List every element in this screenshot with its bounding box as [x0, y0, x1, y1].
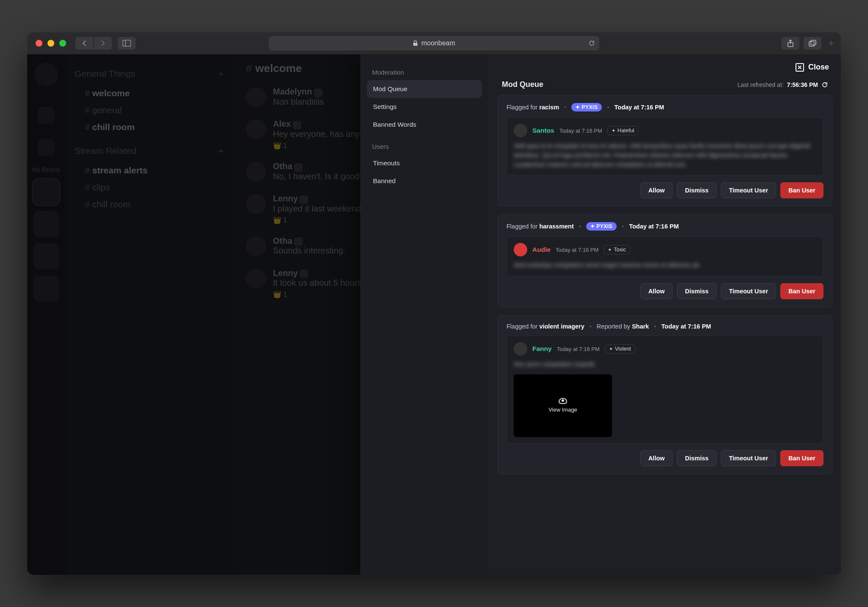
flag-time: Today at 7:16 PM [615, 104, 664, 111]
mod-nav-section: Users [372, 143, 477, 150]
flagged-user[interactable]: Audie [532, 246, 551, 253]
flag-label: Flagged for harassment [506, 223, 574, 230]
tag-pill: ✦Hateful [607, 126, 639, 135]
spark-icon: ✦ [612, 128, 615, 134]
svg-rect-5 [811, 40, 816, 45]
flagged-time: Today at 7:16 PM [557, 346, 600, 352]
window-close-icon[interactable] [36, 40, 42, 47]
address-text: moonbeam [421, 39, 455, 47]
view-image-label: View Image [548, 407, 577, 413]
flagged-message: Audie Today at 7:16 PM ✦Toxic Sed molest… [506, 237, 823, 276]
window-min-icon[interactable] [47, 40, 54, 47]
flagged-body: Non porro voluptatem impedit. [514, 360, 816, 369]
flag-time: Today at 7:16 PM [629, 223, 679, 230]
nav-back-button[interactable] [75, 37, 93, 50]
timeout-button[interactable]: Timeout User [721, 182, 776, 198]
traffic-lights [36, 40, 66, 47]
reload-icon[interactable] [588, 40, 595, 47]
svg-rect-2 [413, 43, 417, 46]
spark-icon: ✦ [609, 346, 613, 352]
mod-top: ✕ Close [489, 54, 841, 80]
flagged-message: Santos Today at 7:16 PM ✦Hateful Velit q… [506, 117, 823, 175]
mod-nav-section: Moderation [372, 69, 477, 76]
pyxis-pill: ✦ PYXIS [571, 103, 602, 111]
mq-refresh[interactable]: Last refreshed at: 7:56:36 PM [737, 81, 828, 88]
allow-button[interactable]: Allow [640, 450, 673, 466]
tag-pill: ✦Violent [605, 344, 635, 354]
address-bar[interactable]: moonbeam [269, 36, 599, 50]
refresh-prefix: Last refreshed at: [737, 81, 784, 88]
mod-nav-settings[interactable]: Settings [367, 98, 482, 116]
reporter: Reported by Shark [597, 323, 649, 330]
ban-button[interactable]: Ban User [780, 182, 823, 198]
flagged-user[interactable]: Santos [532, 127, 554, 134]
mod-nav-bannedwords[interactable]: Banned Words [367, 116, 482, 134]
tag-pill: ✦Toxic [604, 245, 630, 254]
mq-title: Mod Queue [502, 80, 543, 89]
flagged-time: Today at 7:16 PM [559, 128, 602, 134]
allow-button[interactable]: Allow [640, 283, 673, 299]
mod-card: Flagged for racism • ✦ PYXIS • Today at … [498, 95, 832, 206]
timeout-button[interactable]: Timeout User [721, 283, 776, 299]
mq-header: Mod Queue Last refreshed at: 7:56:36 PM [489, 80, 841, 95]
mod-content: ✕ Close Mod Queue Last refreshed at: 7:5… [489, 54, 841, 575]
card-list: Flagged for racism • ✦ PYXIS • Today at … [489, 95, 841, 483]
mod-card: Flagged for violent imagery • Reported b… [498, 315, 832, 474]
nav-forward-button[interactable] [94, 37, 112, 50]
dismiss-button[interactable]: Dismiss [677, 283, 717, 299]
image-block[interactable]: View Image [514, 374, 612, 437]
browser-window: moonbeam + My Beams [27, 32, 841, 575]
flagged-user[interactable]: Fanny [532, 345, 552, 353]
titlebar-right: + [782, 37, 834, 50]
ban-button[interactable]: Ban User [780, 283, 823, 299]
mod-nav-timeouts[interactable]: Timeouts [367, 154, 482, 172]
flag-time: Today at 7:16 PM [661, 323, 711, 330]
close-button[interactable]: ✕ Close [796, 63, 829, 72]
sidebar-toggle-button[interactable] [118, 37, 136, 50]
share-button[interactable] [782, 37, 799, 50]
avatar [514, 243, 527, 256]
new-tab-button[interactable]: + [828, 37, 834, 49]
mod-nav-modqueue[interactable]: Mod Queue [367, 80, 482, 98]
flag-row: Flagged for violent imagery • Reported b… [506, 323, 823, 330]
flagged-time: Today at 7:16 PM [556, 247, 598, 253]
mod-nav-banned[interactable]: Banned [367, 172, 482, 190]
card-actions: Allow Dismiss Timeout User Ban User [506, 283, 823, 299]
ban-button[interactable]: Ban User [780, 450, 823, 466]
nav-back-forward [75, 37, 112, 50]
spark-icon: ✦ [608, 247, 612, 253]
mod-panel: Moderation Mod Queue Settings Banned Wor… [360, 54, 841, 575]
avatar [514, 342, 527, 356]
flagged-body: Velit quia et et voluptate et eius et ra… [514, 142, 816, 169]
pyxis-pill: ✦ PYXIS [586, 222, 617, 231]
flagged-message: Fanny Today at 7:16 PM ✦Violent Non porr… [506, 336, 823, 443]
svg-rect-0 [123, 40, 131, 47]
flag-row: Flagged for harassment • ✦ PYXIS • Today… [506, 222, 823, 231]
eye-icon [559, 398, 567, 404]
timeout-button[interactable]: Timeout User [721, 450, 776, 466]
refresh-icon [821, 81, 828, 88]
allow-button[interactable]: Allow [640, 182, 673, 198]
avatar [514, 124, 527, 137]
flag-row: Flagged for racism • ✦ PYXIS • Today at … [506, 103, 823, 111]
tabs-button[interactable] [804, 37, 821, 50]
mod-nav: Moderation Mod Queue Settings Banned Wor… [360, 54, 489, 575]
flagged-body: Sed molestias voluptatem amet magni maxi… [514, 261, 816, 270]
close-label: Close [808, 63, 829, 72]
dismiss-button[interactable]: Dismiss [677, 182, 717, 198]
lock-icon [413, 40, 418, 46]
window-max-icon[interactable] [59, 40, 66, 47]
card-actions: Allow Dismiss Timeout User Ban User [506, 450, 823, 466]
mod-card: Flagged for harassment • ✦ PYXIS • Today… [498, 214, 832, 307]
flag-label: Flagged for violent imagery [506, 323, 584, 330]
card-actions: Allow Dismiss Timeout User Ban User [506, 182, 823, 198]
titlebar: moonbeam + [27, 32, 841, 54]
refresh-time: 7:56:36 PM [787, 81, 818, 88]
close-icon: ✕ [796, 63, 804, 72]
flag-label: Flagged for racism [506, 104, 559, 111]
app-body: My Beams General Things＋ welcome general… [27, 54, 841, 575]
dismiss-button[interactable]: Dismiss [677, 450, 717, 466]
svg-rect-4 [809, 42, 814, 46]
